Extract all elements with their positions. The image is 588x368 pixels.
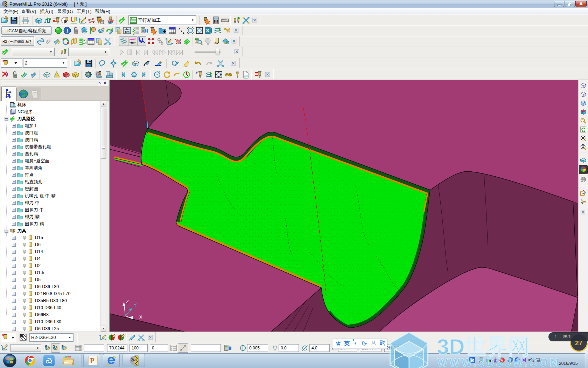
svg-text:Y: Y (134, 302, 137, 308)
svg-text:x: x (178, 27, 180, 30)
svg-text:z:: z: (171, 349, 173, 352)
svg-text:z: z (183, 31, 184, 34)
svg-text:Y: Y (53, 345, 55, 348)
svg-text:y: y (181, 29, 182, 32)
svg-text:Z: Z (126, 299, 129, 304)
svg-text:WWW.3DSJW.COM: WWW.3DSJW.COM (438, 356, 561, 368)
svg-text:123: 123 (125, 30, 130, 34)
svg-text:X: X (139, 314, 142, 320)
svg-text:X: X (45, 345, 47, 348)
svg-text:Z: Z (62, 345, 64, 348)
svg-text:3D世界网: 3D世界网 (437, 334, 530, 359)
